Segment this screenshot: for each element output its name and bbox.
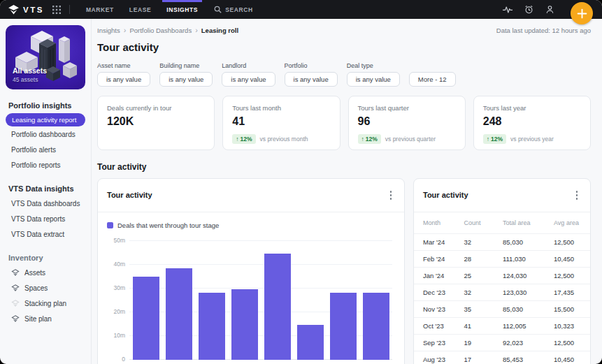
- table-column-header: Month: [414, 212, 460, 234]
- sidebar-item-portfolio-dashboards[interactable]: Portfolio dashboards: [6, 127, 85, 142]
- tab-insights[interactable]: INSIGHTS: [159, 0, 206, 19]
- sidebar-item-vts-data-reports[interactable]: VTS Data reports: [6, 212, 85, 226]
- sidebar-item-leasing-activity-report[interactable]: Leasing activity report: [6, 113, 85, 126]
- table-cell: 12,500: [550, 233, 590, 250]
- bar-q2-23[interactable]: [264, 254, 291, 359]
- kpi-card: Tours last quarter96↑12%vs previous quar…: [348, 96, 466, 150]
- table-cell: 10,450: [550, 351, 590, 364]
- bar-q1-24[interactable]: [363, 293, 389, 359]
- table-column-header: Count: [460, 212, 499, 234]
- breadcrumb-link[interactable]: Insights: [97, 27, 120, 34]
- up-arrow-icon: ↑: [361, 136, 364, 143]
- table-row: Feb '2428111,03010,450: [414, 250, 590, 267]
- plus-icon: [577, 8, 587, 19]
- delta-value: 12%: [241, 136, 252, 143]
- table-cell: 92,023: [499, 334, 550, 351]
- sidebar-item-vts-data-dashboards[interactable]: VTS Data dashboards: [6, 196, 85, 211]
- y-axis-tick-label: 20m: [104, 308, 125, 315]
- bar-q1-23[interactable]: [231, 289, 258, 359]
- activity-icon[interactable]: [503, 6, 513, 14]
- table-row: Jan '2425124,03012,500: [414, 267, 590, 284]
- bars-container: [129, 241, 392, 360]
- breadcrumb-link[interactable]: Portfolio Dashboards: [129, 27, 192, 34]
- sidebar-section-title: Portfolio insights: [8, 101, 83, 110]
- delta-value: 12%: [491, 136, 503, 143]
- tab-market[interactable]: MARKET: [78, 0, 122, 19]
- delta-badge: ↑12%: [358, 134, 381, 144]
- sidebar-item-assets[interactable]: Assets: [6, 265, 85, 280]
- tour-activity-chart-card: Tour activity Deals that went through to…: [97, 178, 405, 364]
- y-axis-tick-label: 50m: [104, 237, 125, 244]
- kpi-label: Tours last quarter: [358, 104, 456, 112]
- breadcrumb-current: Leasing roll: [201, 27, 238, 34]
- kebab-menu-icon[interactable]: [573, 189, 582, 202]
- up-arrow-icon: ↑: [236, 136, 238, 143]
- sidebar-item-portfolio-alerts[interactable]: Portfolio alerts: [6, 143, 85, 157]
- sidebar-item-spaces[interactable]: Spaces: [6, 281, 85, 296]
- tab-lease[interactable]: LEASE: [122, 0, 159, 19]
- user-icon[interactable]: [545, 5, 554, 14]
- bar-q4-23[interactable]: [330, 293, 357, 359]
- alarm-icon[interactable]: [524, 5, 533, 14]
- apps-grid-icon[interactable]: [52, 6, 61, 14]
- bar-q3-22[interactable]: [166, 268, 192, 360]
- active-tab-indicator: [162, 0, 202, 2]
- bar-slot: [261, 254, 294, 359]
- add-button[interactable]: [571, 2, 593, 24]
- sidebar-item-portfolio-reports[interactable]: Portfolio reports: [6, 158, 85, 173]
- table-cell: 10,323: [550, 317, 590, 334]
- app-window: VTS MARKETLEASEINSIGHTS SEARCH: [0, 0, 602, 364]
- bar-q3-23[interactable]: [297, 325, 324, 359]
- table-cell: 12,500: [550, 267, 590, 284]
- sidebar-item-label: Spaces: [24, 284, 48, 292]
- filter-dropdown[interactable]: is any value: [97, 72, 150, 87]
- sidebar-item-label: Leasing activity report: [12, 116, 76, 124]
- filter-dropdown[interactable]: is any value: [347, 72, 400, 87]
- sidebar-item-label: VTS Data dashboards: [11, 200, 80, 208]
- filter-building-name: Building nameis any value: [159, 62, 213, 87]
- sidebar-item-vts-data-extract[interactable]: VTS Data extract: [6, 227, 85, 242]
- vts-diamond-icon-faded: [11, 300, 20, 307]
- bar-slot: [359, 293, 392, 359]
- bar-q4-22[interactable]: [199, 293, 225, 359]
- tour-activity-table: MonthCountTotal areaAvg area Mar '243285…: [414, 212, 590, 364]
- filter-label: Landlord: [222, 62, 275, 69]
- more-filters-button[interactable]: More - 12: [409, 72, 456, 87]
- legend-label: Deals that went through tour stage: [117, 221, 219, 229]
- bar-q2-22[interactable]: [133, 277, 159, 360]
- sidebar-section: Portfolio insightsLeasing activity repor…: [6, 101, 85, 173]
- bar-chart: 010m20m30m40m50m Q2 '22Q3 '22Q4 '22Q1 '2…: [107, 241, 395, 364]
- table-cell: Aug '23: [414, 351, 460, 364]
- table-cell: Oct '23: [414, 317, 460, 334]
- filter-label: Deal type: [347, 62, 400, 69]
- table-cell: 85,030: [499, 300, 550, 317]
- sidebar-item-stacking-plan[interactable]: Stacking plan: [6, 296, 85, 311]
- tour-activity-table-card: Tour activity MonthCountTotal areaAvg ar…: [413, 178, 591, 364]
- table-cell: Mar '24: [414, 233, 460, 250]
- bar-slot: [228, 289, 261, 359]
- brand-text: VTS: [23, 6, 44, 14]
- kpi-value: 96: [358, 115, 456, 128]
- table-cell: 85,030: [499, 233, 550, 250]
- kpi-label: Tours last month: [232, 104, 330, 112]
- search-button[interactable]: SEARCH: [214, 6, 253, 13]
- asset-selector-card[interactable]: All assets 45 assets: [6, 25, 85, 89]
- vts-brand[interactable]: VTS: [8, 5, 44, 15]
- sidebar-item-site-plan[interactable]: Site plan: [6, 312, 85, 326]
- top-nav: VTS MARKETLEASEINSIGHTS SEARCH: [0, 0, 602, 19]
- search-label: SEARCH: [225, 6, 253, 13]
- filter-dropdown[interactable]: is any value: [285, 72, 338, 87]
- bar-slot: [195, 293, 228, 359]
- table-cell: 12,500: [550, 334, 590, 351]
- filter-dropdown[interactable]: is any value: [222, 72, 275, 87]
- kebab-menu-icon[interactable]: [387, 189, 396, 202]
- vts-diamond-icon: [11, 284, 20, 292]
- table-column-header: Avg area: [550, 212, 590, 234]
- vts-logo-icon: [8, 5, 19, 15]
- sidebar-section: VTS Data insightsVTS Data dashboardsVTS …: [6, 184, 85, 242]
- table-cell: 17: [460, 351, 499, 364]
- tab-label: MARKET: [86, 6, 114, 13]
- y-axis-tick-label: 10m: [104, 332, 125, 339]
- filter-dropdown[interactable]: is any value: [159, 72, 213, 87]
- filter-bar: Asset nameis any valueBuilding nameis an…: [97, 62, 591, 87]
